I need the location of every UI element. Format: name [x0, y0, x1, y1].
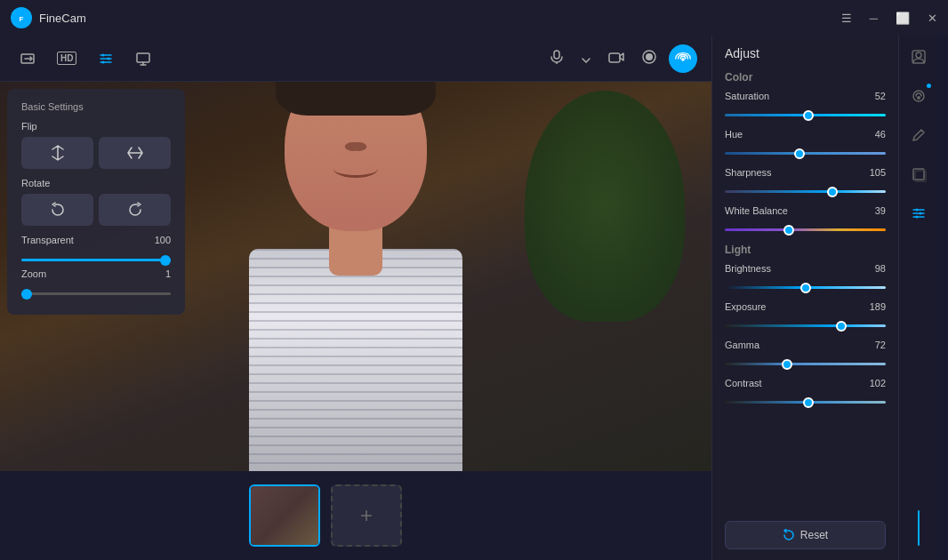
exposure-label: Exposure: [725, 301, 766, 312]
color-section-header: Color: [725, 71, 886, 84]
window-controls: ☰ ─ ⬜ ✕: [841, 12, 937, 25]
add-camera-button[interactable]: +: [331, 484, 402, 547]
screen-button[interactable]: [130, 47, 157, 70]
white-balance-slider-wrap: [725, 219, 886, 235]
transparent-row: Transparent 100: [21, 235, 171, 245]
hue-slider[interactable]: [725, 152, 886, 155]
gamma-slider[interactable]: [725, 363, 886, 365]
sharpness-value: 105: [870, 167, 886, 178]
stream-button[interactable]: [669, 44, 697, 73]
layers-icon-button[interactable]: [904, 160, 933, 188]
sliders-icon-button[interactable]: [904, 199, 933, 228]
svg-point-10: [646, 53, 653, 60]
sharpness-slider-wrap: [725, 180, 886, 196]
gamma-slider-wrap: [725, 353, 886, 369]
svg-point-20: [915, 216, 918, 219]
contrast-label: Contrast: [725, 378, 762, 388]
brightness-label: Brightness: [725, 263, 771, 274]
hd-button[interactable]: HD: [52, 48, 82, 68]
brightness-slider[interactable]: [725, 286, 886, 289]
svg-rect-6: [137, 53, 149, 62]
add-icon: +: [360, 503, 373, 528]
portrait-icon-button[interactable]: [904, 43, 933, 71]
transparent-label: Transparent: [21, 235, 137, 245]
brush-icon-button[interactable]: [904, 121, 933, 149]
brightness-row: Brightness 98: [725, 263, 886, 274]
rotate-cw-button[interactable]: [99, 194, 171, 226]
rotate-buttons: [21, 194, 171, 226]
svg-rect-8: [609, 53, 620, 62]
saturation-label: Saturation: [725, 91, 769, 101]
sharpness-slider[interactable]: [725, 190, 886, 193]
toolbar: HD: [0, 36, 711, 82]
rotate-ccw-button[interactable]: [21, 194, 93, 226]
flip-label: Flip: [21, 121, 171, 132]
saturation-slider-wrap: [725, 104, 886, 120]
svg-point-19: [919, 212, 921, 215]
sharpness-row: Sharpness 105: [725, 167, 886, 178]
flip-buttons: [21, 137, 171, 169]
gamma-row: Gamma 72: [725, 340, 886, 350]
white-balance-value: 39: [875, 205, 886, 216]
svg-point-18: [915, 209, 918, 212]
contrast-slider-wrap: [725, 391, 886, 407]
hue-value: 46: [875, 129, 886, 140]
reset-label: Reset: [800, 529, 828, 541]
svg-point-13: [916, 52, 921, 58]
toolbar-right: [544, 44, 697, 73]
saturation-row: Saturation 52: [725, 91, 886, 101]
left-panel: HD: [0, 36, 711, 560]
reset-button[interactable]: Reset: [725, 521, 886, 549]
minimize-button[interactable]: ─: [870, 12, 878, 25]
gamma-label: Gamma: [725, 340, 759, 350]
zoom-slider[interactable]: [21, 292, 171, 295]
white-balance-slider[interactable]: [725, 228, 886, 231]
flip-vertical-button[interactable]: [21, 137, 93, 169]
adjust-panel-inner: Adjust Color Saturation 52 Hue 46 Sharpn…: [712, 36, 898, 514]
bottom-bar: +: [0, 471, 711, 560]
thumbnail-item[interactable]: [249, 484, 320, 547]
source-button[interactable]: [14, 47, 41, 70]
basic-settings-panel: Basic Settings Flip Rotate: [7, 89, 185, 315]
effects-icon-button[interactable]: [904, 82, 933, 110]
svg-point-11: [681, 58, 685, 61]
reset-icon: [783, 529, 795, 541]
exposure-row: Exposure 189: [725, 301, 886, 312]
white-balance-label: White Balance: [725, 205, 788, 216]
app-logo: F: [11, 7, 32, 28]
active-indicator: [918, 510, 920, 546]
saturation-slider[interactable]: [725, 114, 886, 116]
app-title: FineCam: [39, 12, 86, 25]
white-balance-row: White Balance 39: [725, 205, 886, 216]
svg-point-4: [108, 57, 110, 60]
close-button[interactable]: ✕: [928, 12, 937, 25]
brightness-value: 98: [875, 263, 886, 274]
svg-point-15: [917, 96, 920, 100]
transparent-slider[interactable]: [21, 259, 171, 261]
exposure-slider[interactable]: [725, 324, 886, 327]
panel-title: Basic Settings: [21, 101, 171, 112]
video-area: Basic Settings Flip Rotate: [0, 82, 711, 471]
hue-label: Hue: [725, 129, 743, 140]
exposure-value: 189: [870, 301, 886, 312]
mic-dropdown-button[interactable]: [576, 47, 596, 70]
svg-point-5: [102, 60, 105, 63]
contrast-slider[interactable]: [725, 401, 886, 404]
adjust-title: Adjust: [725, 46, 886, 60]
contrast-row: Contrast 102: [725, 378, 886, 388]
zoom-row: Zoom 1: [21, 268, 171, 279]
record-button[interactable]: [637, 46, 662, 71]
camera-button[interactable]: [603, 47, 630, 70]
mic-button[interactable]: [544, 46, 569, 71]
saturation-value: 52: [875, 91, 886, 101]
rotate-label: Rotate: [21, 178, 171, 188]
settings-button[interactable]: [92, 47, 119, 70]
zoom-value: 1: [144, 268, 171, 279]
main-layout: HD: [0, 36, 948, 560]
menu-button[interactable]: ☰: [841, 12, 852, 25]
maximize-button[interactable]: ⬜: [896, 12, 910, 25]
sharpness-label: Sharpness: [725, 167, 772, 178]
hue-row: Hue 46: [725, 129, 886, 140]
svg-rect-7: [554, 51, 559, 59]
flip-horizontal-button[interactable]: [99, 137, 171, 169]
